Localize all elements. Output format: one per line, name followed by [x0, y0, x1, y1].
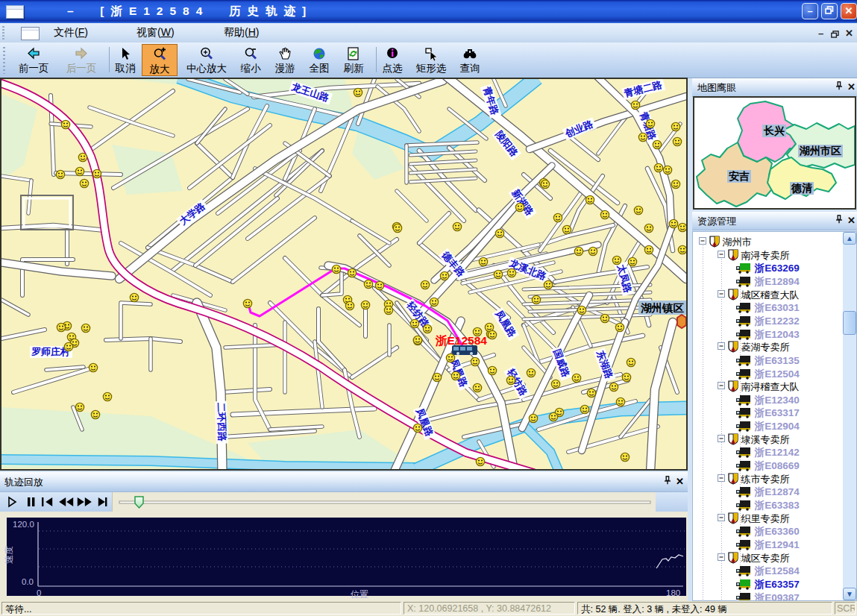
svg-text:180: 180 [666, 588, 680, 597]
svg-text:安吉: 安吉 [729, 170, 750, 182]
svg-text:德清: 德清 [791, 182, 812, 194]
svg-text:二环西路: 二环西路 [216, 403, 228, 442]
svg-text:0.0: 0.0 [22, 577, 34, 586]
svg-text:速度: 速度 [4, 546, 14, 564]
svg-text:0: 0 [37, 588, 41, 597]
svg-text:120.0: 120.0 [13, 520, 34, 529]
svg-text:位置: 位置 [351, 589, 368, 600]
svg-text:长兴: 长兴 [763, 125, 785, 136]
svg-text:湖州市区: 湖州市区 [799, 145, 841, 157]
svg-text:湖州镇区: 湖州镇区 [641, 302, 685, 314]
